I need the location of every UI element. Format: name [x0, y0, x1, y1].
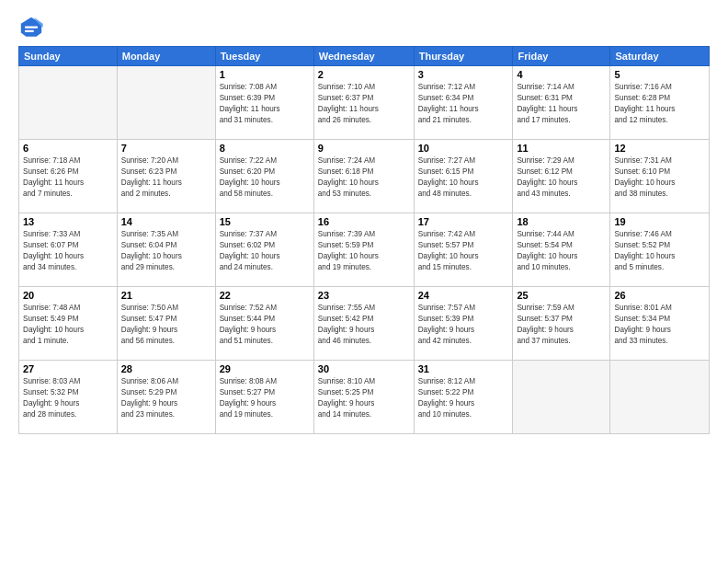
day-info: Sunrise: 7:39 AM Sunset: 5:59 PM Dayligh…: [318, 229, 410, 273]
calendar-header: SundayMondayTuesdayWednesdayThursdayFrid…: [19, 47, 710, 66]
calendar-cell: 13Sunrise: 7:33 AM Sunset: 6:07 PM Dayli…: [19, 213, 118, 287]
day-number: 29: [220, 363, 310, 374]
day-number: 11: [517, 143, 606, 154]
weekday-header: Sunday: [19, 47, 118, 66]
day-info: Sunrise: 7:10 AM Sunset: 6:37 PM Dayligh…: [318, 82, 410, 126]
day-number: 6: [23, 143, 113, 154]
header: [18, 15, 710, 40]
day-info: Sunrise: 8:03 AM Sunset: 5:32 PM Dayligh…: [23, 376, 113, 420]
day-info: Sunrise: 8:10 AM Sunset: 5:25 PM Dayligh…: [318, 376, 410, 420]
day-number: 14: [121, 216, 211, 227]
day-info: Sunrise: 8:08 AM Sunset: 5:27 PM Dayligh…: [220, 376, 310, 420]
calendar-cell: 12Sunrise: 7:31 AM Sunset: 6:10 PM Dayli…: [610, 140, 710, 213]
calendar-cell: 28Sunrise: 8:06 AM Sunset: 5:29 PM Dayli…: [117, 361, 215, 434]
day-info: Sunrise: 8:06 AM Sunset: 5:29 PM Dayligh…: [121, 376, 211, 420]
calendar-cell: 18Sunrise: 7:44 AM Sunset: 5:54 PM Dayli…: [513, 213, 610, 287]
day-number: 7: [121, 143, 211, 154]
day-info: Sunrise: 7:48 AM Sunset: 5:49 PM Dayligh…: [23, 303, 113, 347]
day-number: 19: [614, 216, 705, 227]
day-number: 10: [418, 143, 509, 154]
day-info: Sunrise: 7:46 AM Sunset: 5:52 PM Dayligh…: [614, 229, 705, 273]
day-info: Sunrise: 7:29 AM Sunset: 6:12 PM Dayligh…: [517, 155, 606, 200]
day-info: Sunrise: 7:42 AM Sunset: 5:57 PM Dayligh…: [418, 229, 509, 273]
calendar-table: SundayMondayTuesdayWednesdayThursdayFrid…: [18, 46, 710, 434]
day-info: Sunrise: 7:33 AM Sunset: 6:07 PM Dayligh…: [23, 229, 113, 273]
day-info: Sunrise: 7:37 AM Sunset: 6:02 PM Dayligh…: [220, 229, 310, 273]
day-info: Sunrise: 7:55 AM Sunset: 5:42 PM Dayligh…: [318, 303, 410, 347]
calendar-cell: 5Sunrise: 7:16 AM Sunset: 6:28 PM Daylig…: [610, 66, 710, 140]
day-info: Sunrise: 7:59 AM Sunset: 5:37 PM Dayligh…: [517, 303, 606, 347]
calendar-week: 1Sunrise: 7:08 AM Sunset: 6:39 PM Daylig…: [19, 66, 710, 140]
calendar-cell: 9Sunrise: 7:24 AM Sunset: 6:18 PM Daylig…: [313, 140, 414, 213]
day-info: Sunrise: 7:50 AM Sunset: 5:47 PM Dayligh…: [121, 303, 211, 347]
day-number: 23: [318, 290, 410, 301]
day-info: Sunrise: 7:31 AM Sunset: 6:10 PM Dayligh…: [614, 155, 705, 200]
day-number: 17: [418, 216, 509, 227]
day-info: Sunrise: 7:08 AM Sunset: 6:39 PM Dayligh…: [220, 82, 310, 126]
day-info: Sunrise: 7:18 AM Sunset: 6:26 PM Dayligh…: [23, 155, 113, 200]
calendar-cell: 24Sunrise: 7:57 AM Sunset: 5:39 PM Dayli…: [414, 287, 513, 361]
calendar-cell: 10Sunrise: 7:27 AM Sunset: 6:15 PM Dayli…: [414, 140, 513, 213]
calendar-cell: [610, 361, 710, 434]
calendar-week: 6Sunrise: 7:18 AM Sunset: 6:26 PM Daylig…: [19, 140, 710, 213]
page-container: SundayMondayTuesdayWednesdayThursdayFrid…: [0, 0, 728, 443]
day-info: Sunrise: 7:44 AM Sunset: 5:54 PM Dayligh…: [517, 229, 606, 273]
calendar-week: 27Sunrise: 8:03 AM Sunset: 5:32 PM Dayli…: [19, 361, 710, 434]
day-info: Sunrise: 7:16 AM Sunset: 6:28 PM Dayligh…: [614, 82, 705, 126]
header-row: SundayMondayTuesdayWednesdayThursdayFrid…: [19, 47, 710, 66]
calendar-cell: 14Sunrise: 7:35 AM Sunset: 6:04 PM Dayli…: [117, 213, 215, 287]
day-number: 2: [318, 69, 410, 80]
day-number: 30: [318, 363, 410, 374]
day-number: 3: [418, 69, 509, 80]
calendar-week: 13Sunrise: 7:33 AM Sunset: 6:07 PM Dayli…: [19, 213, 710, 287]
day-number: 18: [517, 216, 606, 227]
day-info: Sunrise: 8:12 AM Sunset: 5:22 PM Dayligh…: [418, 376, 509, 420]
weekday-header: Friday: [513, 47, 610, 66]
day-number: 22: [220, 290, 310, 301]
weekday-header: Thursday: [414, 47, 513, 66]
day-number: 31: [418, 363, 509, 374]
day-info: Sunrise: 7:27 AM Sunset: 6:15 PM Dayligh…: [418, 155, 509, 200]
day-info: Sunrise: 7:12 AM Sunset: 6:34 PM Dayligh…: [418, 82, 509, 126]
svg-rect-3: [25, 30, 34, 32]
calendar-cell: 8Sunrise: 7:22 AM Sunset: 6:20 PM Daylig…: [215, 140, 313, 213]
weekday-header: Saturday: [610, 47, 710, 66]
calendar-cell: 26Sunrise: 8:01 AM Sunset: 5:34 PM Dayli…: [610, 287, 710, 361]
day-number: 15: [220, 216, 310, 227]
day-number: 4: [517, 69, 606, 80]
calendar-cell: 21Sunrise: 7:50 AM Sunset: 5:47 PM Dayli…: [117, 287, 215, 361]
calendar-cell: 25Sunrise: 7:59 AM Sunset: 5:37 PM Dayli…: [513, 287, 610, 361]
weekday-header: Monday: [117, 47, 215, 66]
calendar-cell: 6Sunrise: 7:18 AM Sunset: 6:26 PM Daylig…: [19, 140, 118, 213]
logo-icon: [18, 15, 44, 40]
day-number: 12: [614, 143, 705, 154]
calendar-cell: 20Sunrise: 7:48 AM Sunset: 5:49 PM Dayli…: [19, 287, 118, 361]
day-number: 26: [614, 290, 705, 301]
day-info: Sunrise: 7:35 AM Sunset: 6:04 PM Dayligh…: [121, 229, 211, 273]
day-number: 20: [23, 290, 113, 301]
day-number: 27: [23, 363, 113, 374]
day-number: 13: [23, 216, 113, 227]
calendar-cell: 11Sunrise: 7:29 AM Sunset: 6:12 PM Dayli…: [513, 140, 610, 213]
calendar-cell: 16Sunrise: 7:39 AM Sunset: 5:59 PM Dayli…: [313, 213, 414, 287]
calendar-cell: 27Sunrise: 8:03 AM Sunset: 5:32 PM Dayli…: [19, 361, 118, 434]
calendar-cell: [117, 66, 215, 140]
day-info: Sunrise: 7:24 AM Sunset: 6:18 PM Dayligh…: [318, 155, 410, 200]
calendar-cell: 15Sunrise: 7:37 AM Sunset: 6:02 PM Dayli…: [215, 213, 313, 287]
day-info: Sunrise: 7:14 AM Sunset: 6:31 PM Dayligh…: [517, 82, 606, 126]
calendar-cell: 3Sunrise: 7:12 AM Sunset: 6:34 PM Daylig…: [414, 66, 513, 140]
calendar-cell: 7Sunrise: 7:20 AM Sunset: 6:23 PM Daylig…: [117, 140, 215, 213]
weekday-header: Tuesday: [215, 47, 313, 66]
calendar-cell: 17Sunrise: 7:42 AM Sunset: 5:57 PM Dayli…: [414, 213, 513, 287]
calendar-cell: 4Sunrise: 7:14 AM Sunset: 6:31 PM Daylig…: [513, 66, 610, 140]
day-number: 28: [121, 363, 211, 374]
day-number: 21: [121, 290, 211, 301]
day-number: 8: [220, 143, 310, 154]
weekday-header: Wednesday: [313, 47, 414, 66]
day-number: 25: [517, 290, 606, 301]
calendar-cell: 19Sunrise: 7:46 AM Sunset: 5:52 PM Dayli…: [610, 213, 710, 287]
day-number: 16: [318, 216, 410, 227]
calendar-cell: [19, 66, 118, 140]
calendar-cell: 23Sunrise: 7:55 AM Sunset: 5:42 PM Dayli…: [313, 287, 414, 361]
day-number: 5: [614, 69, 705, 80]
